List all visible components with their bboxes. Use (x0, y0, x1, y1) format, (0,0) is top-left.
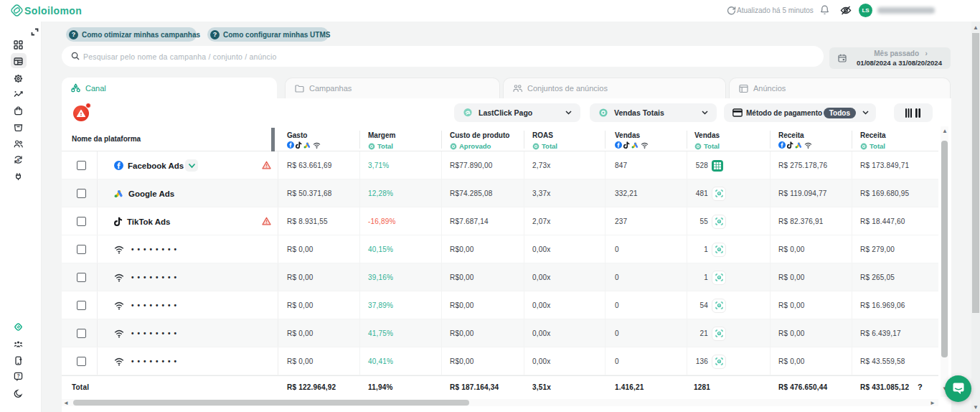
svg-text:?: ? (17, 373, 20, 378)
